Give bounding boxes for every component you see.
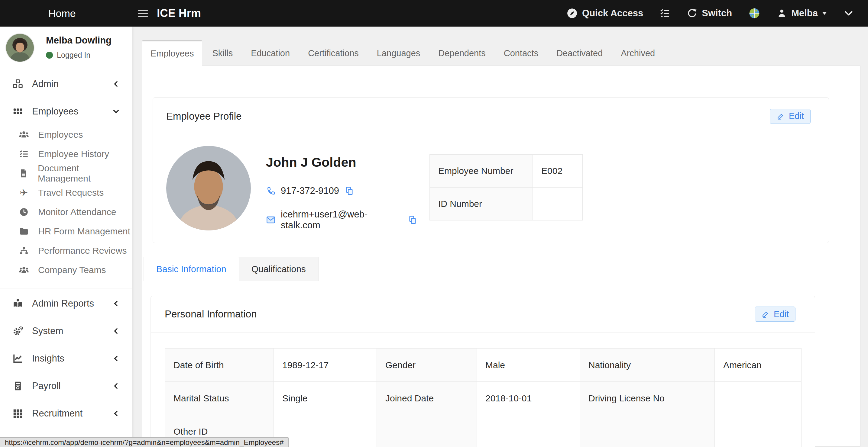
status-dot [46,52,53,59]
employees-submenu: Employees Employee History [0,125,132,280]
avatar [5,33,34,62]
puzzle-globe-icon [748,7,761,19]
employee-profile-body: John J Golden 917-372-9109 [153,135,829,243]
sidebar-subitem-employees[interactable]: Employees [0,125,132,145]
table-row: Employee Number E002 [430,155,583,188]
sidebar-item-label: Insights [32,353,112,364]
hamburger-menu-button[interactable] [137,9,148,18]
sidebar-item-label: Recruitment [32,408,112,419]
compass-icon [566,7,578,19]
info-label: Joined Date [377,382,477,415]
sidebar-item-employees[interactable]: Employees [0,98,132,125]
module-tabs: Employees Skills Education Certification… [142,40,861,66]
sidebar-subitem-label: Travel Requests [38,188,104,198]
users-icon [19,130,29,140]
sidebar-subitem-performance-reviews[interactable]: Performance Reviews [0,241,132,260]
edit-button-label: Edit [789,111,804,121]
tab-employees[interactable]: Employees [142,40,202,66]
navbar-home-area: Home [0,7,132,19]
sidebar-item-admin[interactable]: Admin [0,70,132,98]
sidebar-subitem-employee-history[interactable]: Employee History [0,145,132,164]
info-value [715,382,802,415]
app-brand[interactable]: ICE Hrm [157,7,201,20]
edit-button-label: Edit [774,309,789,319]
tab-certifications[interactable]: Certifications [300,40,367,66]
chevron-left-icon [112,79,121,89]
sidebar-profile: Melba Dowling Logged In [0,27,132,70]
detail-value [533,188,583,221]
sidebar-nav: Admin Employees [0,70,132,447]
employee-identity: John J Golden 917-372-9109 [266,146,417,231]
content-panel: Employee Profile Edit [142,66,861,447]
sidebar-item-insights[interactable]: Insights [0,345,132,372]
collapse-navbar-button[interactable] [843,8,854,19]
chevron-left-icon [112,409,121,418]
tab-qualifications[interactable]: Qualifications [239,257,318,281]
gears-icon [12,326,23,337]
pencil-icon [776,112,785,121]
quick-access-label: Quick Access [582,8,643,19]
login-status: Logged In [46,51,90,60]
tab-archived[interactable]: Archived [613,40,663,66]
pencil-icon [761,310,770,318]
copy-phone-button[interactable] [345,186,354,195]
checklist-icon [659,8,670,19]
employee-photo [166,146,251,230]
sidebar-subitem-document-management[interactable]: Document Management [0,164,132,183]
file-invoice-icon [12,381,23,391]
file-icon [19,168,28,178]
quick-access-button[interactable]: Quick Access [566,7,643,19]
user-menu[interactable]: Melba [777,8,827,19]
edit-personal-button[interactable]: Edit [755,307,796,322]
sidebar-item-label: Admin Reports [32,298,112,309]
phone-row: 917-372-9109 [266,186,417,196]
modules-button[interactable] [748,7,761,19]
switch-button[interactable]: Switch [687,8,732,19]
section-title: Personal Information [165,308,755,320]
sidebar-subitem-hr-form-management[interactable]: HR Form Management [0,222,132,241]
profile-subtabs: Basic Information Qualifications [144,257,861,281]
copy-icon [345,186,354,195]
sidebar-subitem-travel-requests[interactable]: ✈ Travel Requests [0,183,132,202]
sidebar-divider [0,288,132,288]
info-label: Gender [377,349,477,382]
chevron-left-icon [112,381,121,390]
tasks-button[interactable] [659,8,670,19]
sidebar-item-payroll[interactable]: Payroll [0,372,132,400]
tab-education[interactable]: Education [243,40,298,66]
info-label: Marital Status [165,382,274,415]
sidebar-subitem-monitor-attendance[interactable]: Monitor Attendance [0,202,132,222]
sidebar-item-label: Employees [32,106,112,117]
sidebar-subitem-company-teams[interactable]: Company Teams [0,260,132,280]
tab-skills[interactable]: Skills [204,40,241,66]
tab-dependents[interactable]: Dependents [430,40,494,66]
copy-icon [408,215,417,224]
sidebar-item-system[interactable]: System [0,317,132,345]
detail-value: E002 [533,155,583,188]
detail-label: Employee Number [430,155,533,188]
sidebar-item-recruitment[interactable]: Recruitment [0,400,132,427]
copy-email-button[interactable] [408,215,417,224]
sidebar-item-admin-reports[interactable]: Admin Reports [0,290,132,317]
main-content: Employees Skills Education Certification… [142,27,861,447]
browser-status-bar: https://icehrm.com/app/demo-icehrm/?g=ad… [0,437,289,447]
tab-languages[interactable]: Languages [369,40,429,66]
chevron-down-icon [112,107,121,116]
chevron-left-icon [112,299,121,308]
tab-contacts[interactable]: Contacts [496,40,547,66]
nav-home[interactable]: Home [49,7,76,19]
user-name: Melba Dowling [46,35,112,46]
tab-deactivated[interactable]: Deactivated [548,40,611,66]
sidebar-subitem-label: Document Management [38,163,132,184]
edit-profile-button[interactable]: Edit [770,109,811,124]
tab-basic-information[interactable]: Basic Information [144,257,239,281]
info-value [477,415,580,447]
user-icon [777,8,787,19]
switch-label: Switch [702,8,732,19]
employee-id-table: Employee Number E002 ID Number [430,154,583,221]
chevron-down-icon [843,8,854,19]
chevron-left-icon [112,354,121,363]
sidebar-subitem-label: Employee History [38,149,109,159]
info-label: Driving License No [580,382,715,415]
sidebar-item-label: System [32,326,112,337]
